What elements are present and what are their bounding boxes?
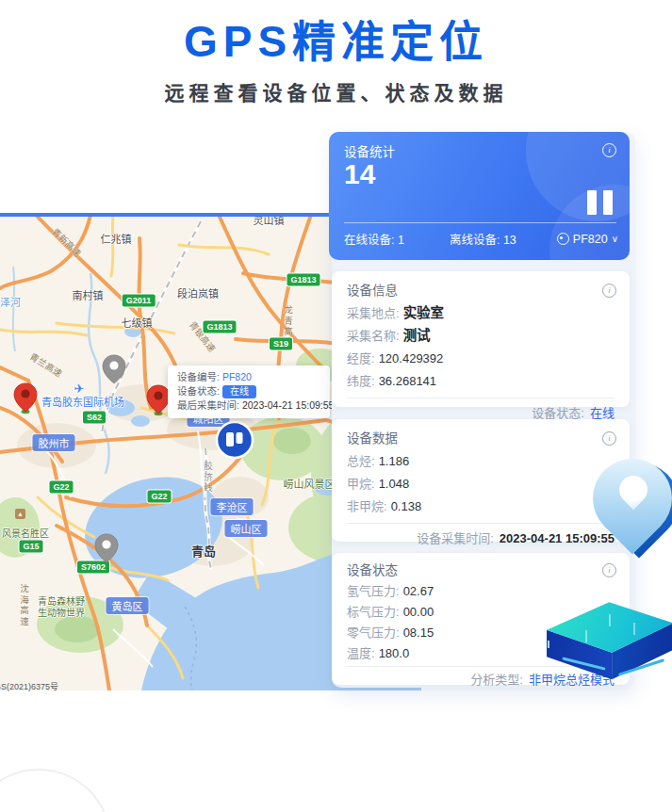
road-badge: G2011	[123, 295, 156, 307]
box-tick	[633, 623, 635, 635]
info-row: 采集名称:测试	[347, 328, 615, 344]
map-road-name: 沈海高速	[17, 584, 30, 627]
gray-map-pin[interactable]	[94, 533, 119, 563]
row-label: 温度:	[347, 646, 375, 660]
row-label: 总烃:	[347, 454, 375, 468]
row-label: 采集名称:	[347, 329, 400, 343]
online-status-badge: 在线	[222, 385, 256, 398]
row-value: 00.00	[403, 605, 434, 619]
footer-label: 分析类型:	[470, 673, 523, 687]
airplane-icon: ✈	[74, 382, 85, 396]
box-tick	[585, 630, 587, 642]
red-map-pin[interactable]	[13, 382, 38, 414]
device-selector-dropdown[interactable]: PF820 ∨	[557, 233, 618, 246]
divider	[344, 222, 616, 223]
page: GPS精准定位 远程查看设备位置、状态及数据	[0, 0, 672, 812]
scenic-area-icon: ▲	[15, 509, 25, 519]
footer-value: 2023-04-21 15:09:55	[500, 531, 615, 545]
map-label-forest: 生动物世界	[38, 605, 85, 619]
header: GPS精准定位 远程查看设备位置、状态及数据	[0, 17, 672, 106]
device-statistics-card: 设备统计 i 14 在线设备: 1 离线设备: 13 PF820 ∨	[329, 132, 630, 260]
info-row: 经度:120.429392	[347, 350, 615, 366]
row-label: 非甲烷:	[347, 499, 387, 513]
map-label-scenic: 风景名胜区	[2, 526, 49, 540]
district-badge: 胶州市	[33, 434, 75, 451]
map-label-city: 青岛	[191, 542, 216, 560]
online-devices-label: 在线设备:	[344, 234, 394, 247]
online-devices: 在线设备: 1	[344, 230, 404, 248]
page-title: GPS精准定位	[0, 17, 672, 66]
info-icon[interactable]: i	[602, 284, 616, 298]
road-badge: G1813	[287, 274, 320, 286]
info-row: 纬度:36.268141	[347, 373, 615, 389]
statistics-title: 设备统计	[344, 141, 395, 160]
road-badge: S62	[83, 412, 106, 424]
device-data-title: 设备数据	[347, 419, 615, 447]
device-tooltip[interactable]: 设备编号: PF820 设备状态: 在线 最后采集时间: 2023-04-21 …	[168, 365, 330, 418]
tooltip-status-row: 设备状态: 在线	[177, 384, 320, 398]
analyzer-device-3d-graphic	[540, 595, 672, 682]
map-copyright: GS(2021)6375号	[0, 680, 58, 692]
road-badge: G1813	[203, 321, 236, 333]
tooltip-time-label: 最后采集时间:	[177, 398, 239, 413]
offline-devices: 离线设备: 13	[450, 230, 516, 248]
device-selector-value: PF820	[573, 233, 608, 246]
device-total-count: 14	[344, 158, 375, 190]
footer-value: 在线	[590, 406, 615, 420]
tooltip-device-no-row: 设备编号: PF820	[177, 370, 320, 384]
row-value: 0.138	[391, 499, 422, 513]
gray-map-pin[interactable]	[102, 354, 126, 384]
data-row: 甲烷:1.048	[347, 476, 615, 492]
footer-label: 设备状态:	[532, 406, 584, 420]
tooltip-device-no-value[interactable]: PF820	[222, 370, 252, 384]
decor-arc	[0, 769, 111, 812]
road-badge: G22	[49, 481, 73, 494]
info-row: 采集地点:实验室	[347, 305, 615, 321]
row-value: 1.186	[379, 454, 410, 468]
tooltip-time-row: 最后采集时间: 2023-04-21 15:09:55	[177, 398, 320, 413]
collect-time-footer: 设备采集时间:2023-04-21 15:09:55	[347, 524, 615, 554]
map-label-town: 南村镇	[73, 287, 104, 302]
footer-label: 设备采集时间:	[417, 531, 494, 545]
target-icon	[557, 233, 569, 245]
offline-devices-value: 13	[503, 234, 516, 247]
map-top-border	[0, 213, 332, 217]
row-value: 1.048	[379, 477, 410, 491]
device-info-title: 设备信息	[347, 271, 615, 299]
chevron-down-icon: ∨	[612, 234, 618, 244]
row-label: 氢气压力:	[347, 584, 400, 598]
row-value: 120.429392	[379, 351, 444, 365]
statistics-footer: 在线设备: 1 离线设备: 13 PF820 ∨	[344, 230, 618, 248]
pause-icon[interactable]	[587, 190, 613, 215]
row-value: 36.268141	[379, 374, 436, 388]
row-value: 实验室	[403, 305, 445, 320]
device-marker[interactable]	[214, 419, 255, 461]
info-icon[interactable]: i	[602, 143, 616, 157]
offline-devices-label: 离线设备:	[450, 234, 500, 247]
page-subtitle: 远程查看设备位置、状态及数据	[0, 77, 672, 106]
map-label-town: 仁兆镇	[101, 231, 132, 246]
map-label-airport: 青岛胶东国际机场	[41, 394, 124, 409]
road-badge: G22	[147, 491, 171, 503]
row-label: 纬度:	[347, 374, 375, 388]
map-road-name: 胶济线	[201, 462, 214, 495]
device-data-card: 设备数据 i 总烃:1.186 甲烷:1.048 非甲烷:0.138 设备采集时…	[332, 419, 630, 542]
district-badge: 李沧区	[211, 498, 254, 515]
data-row: 总烃:1.186	[347, 453, 615, 469]
row-value: 180.0	[379, 646, 410, 660]
data-row: 非甲烷:0.138	[347, 498, 615, 514]
map-label-town: 段泊岚镇	[177, 285, 219, 300]
device-info-card: 设备信息 i 采集地点:实验室 采集名称:测试 经度:120.429392 纬度…	[332, 271, 630, 407]
info-icon[interactable]: i	[602, 563, 616, 577]
box-tick	[609, 614, 611, 626]
row-label: 经度:	[347, 351, 375, 365]
row-value: 08.15	[403, 625, 434, 640]
row-label: 零气压力:	[347, 625, 400, 640]
road-badge: S19	[270, 338, 292, 350]
row-label: 标气压力:	[347, 605, 400, 619]
box-led-dots	[548, 641, 549, 648]
online-devices-value: 1	[398, 234, 404, 247]
info-icon[interactable]: i	[602, 431, 616, 446]
row-label: 甲烷:	[347, 477, 375, 491]
tooltip-time-value: 2023-04-21 15:09:55	[242, 398, 335, 413]
